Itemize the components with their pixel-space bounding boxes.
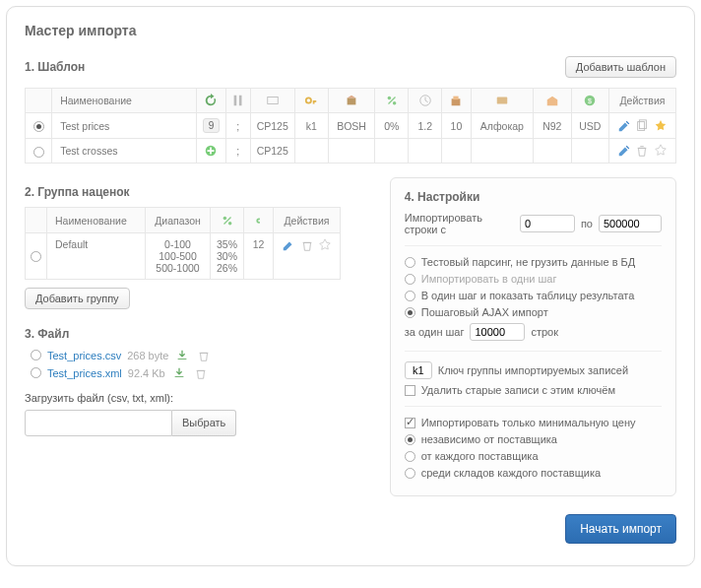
svg-rect-2 <box>267 98 278 104</box>
svg-rect-0 <box>233 96 236 106</box>
supplier-icon <box>495 94 509 107</box>
svg-rect-8 <box>452 98 461 105</box>
page-title: Мастер импорта <box>25 23 676 38</box>
percent-icon <box>221 214 234 228</box>
encoding-icon <box>266 94 280 107</box>
refresh-icon <box>204 94 218 107</box>
rows-to-input[interactable] <box>599 215 662 232</box>
section-3-title: 3. Файл <box>25 327 378 341</box>
add-template-button[interactable]: Добавить шаблон <box>565 56 676 78</box>
column-icon <box>231 94 245 107</box>
section-2-title: 2. Группа наценок <box>25 185 378 199</box>
file-name[interactable]: Test_prices.csv <box>47 350 121 361</box>
browse-button[interactable]: Выбрать <box>172 410 236 436</box>
col-name: Наименование <box>52 89 197 113</box>
delete-icon[interactable] <box>194 366 208 380</box>
mode-onestep-radio[interactable] <box>405 291 415 301</box>
row-badge: 9 <box>203 118 221 133</box>
svg-point-5 <box>387 97 391 100</box>
section-1-title: 1. Шаблон <box>25 60 85 74</box>
row-select-radio[interactable] <box>33 147 44 158</box>
upload-label: Загрузить файл (csv, txt, xml): <box>25 392 378 404</box>
file-size: 92.4 Kb <box>128 367 165 379</box>
rows-from-input[interactable] <box>520 215 575 232</box>
mode-one-radio[interactable] <box>405 274 415 285</box>
row-name: Test prices <box>52 113 197 139</box>
svg-rect-4 <box>348 98 356 105</box>
ajax-step-input[interactable] <box>470 323 525 341</box>
row-select-radio[interactable] <box>33 121 44 132</box>
add-group-button[interactable]: Добавить группу <box>25 288 130 309</box>
svg-point-3 <box>306 98 311 103</box>
mode-test-radio[interactable] <box>405 257 415 268</box>
file-row: Test_prices.csv 268 byte <box>31 349 378 362</box>
row-name: Test crosses <box>52 139 197 163</box>
file-radio[interactable] <box>31 367 41 378</box>
plus-icon[interactable] <box>204 144 218 158</box>
warehouse-icon <box>545 94 559 107</box>
rate-icon <box>418 94 432 107</box>
file-row: Test_prices.xml 92.4 Kb <box>31 366 378 380</box>
delete-icon[interactable] <box>635 144 649 158</box>
settings-panel: 4. Настройки Импортировать строки с по Т… <box>390 177 676 496</box>
section-4-title: 4. Настройки <box>405 190 662 204</box>
star-outline-icon[interactable] <box>318 238 332 252</box>
download-icon[interactable] <box>175 349 189 362</box>
download-icon[interactable] <box>172 366 186 380</box>
currency-icon: $ <box>583 94 597 107</box>
upload-path-input[interactable] <box>25 410 172 436</box>
min-price-checkbox[interactable] <box>405 418 415 428</box>
template-table: Наименование $ Действия Test prices 9 <box>25 88 676 163</box>
star-icon[interactable] <box>654 119 668 133</box>
markup-table: Наименование Диапазон Действия Default 0… <box>25 207 341 279</box>
table-row: Test prices 9 ; CP125 k1 BOSH 0% 1.2 10 … <box>26 113 676 139</box>
min-price-opt2-radio[interactable] <box>405 451 415 462</box>
min-price-opt3-radio[interactable] <box>405 468 415 479</box>
svg-point-17 <box>227 222 231 226</box>
key-icon <box>304 94 318 107</box>
brand-icon <box>345 94 358 107</box>
svg-rect-10 <box>497 98 508 104</box>
file-name[interactable]: Test_prices.xml <box>47 367 122 379</box>
table-row: Test crosses ; CP125 <box>26 139 676 163</box>
key-input[interactable] <box>405 361 432 379</box>
delete-icon[interactable] <box>197 349 211 362</box>
template-table-header: Наименование $ Действия <box>26 89 676 113</box>
star-outline-icon[interactable] <box>654 144 668 158</box>
table-row: Default 0-100 100-500 500-1000 35% 30% 2… <box>26 232 341 279</box>
stock-icon <box>449 94 463 107</box>
svg-point-6 <box>393 101 397 105</box>
edit-icon[interactable] <box>617 119 631 133</box>
svg-rect-9 <box>454 97 459 100</box>
col-actions: Действия <box>608 89 675 113</box>
start-import-button[interactable]: Начать импорт <box>565 514 676 544</box>
svg-rect-1 <box>239 96 242 106</box>
delete-icon[interactable] <box>300 238 314 252</box>
import-wizard-frame: Мастер импорта 1. Шаблон Добавить шаблон… <box>6 6 695 566</box>
mode-ajax-radio[interactable] <box>405 307 415 318</box>
percent-icon <box>385 94 399 107</box>
copy-icon[interactable] <box>635 119 649 133</box>
svg-text:$: $ <box>588 98 592 104</box>
delete-old-checkbox[interactable] <box>405 385 415 396</box>
min-price-opt1-radio[interactable] <box>405 434 415 445</box>
file-size: 268 byte <box>127 350 168 361</box>
edit-icon[interactable] <box>617 144 631 158</box>
link-icon <box>252 214 266 228</box>
row-select-radio[interactable] <box>31 251 41 262</box>
svg-point-16 <box>223 216 226 220</box>
file-radio[interactable] <box>31 350 41 360</box>
edit-icon[interactable] <box>282 238 295 252</box>
